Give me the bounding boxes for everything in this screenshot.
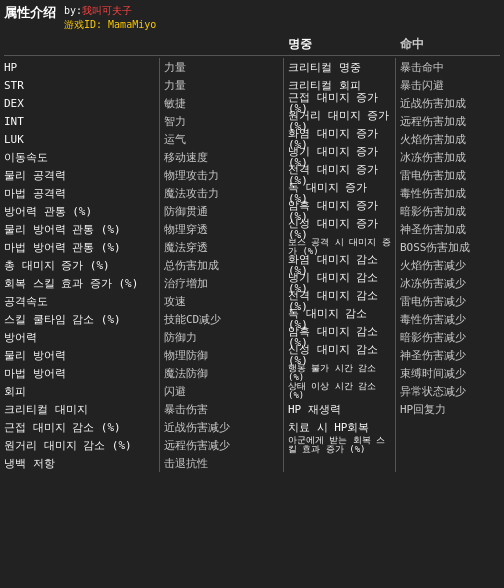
table-row: 냉백 저항 — [4, 454, 155, 472]
table-row: 神圣伤害减少 — [400, 346, 500, 364]
table-row: 魔法攻击力 — [164, 184, 279, 202]
table-row: 力量 — [164, 76, 279, 94]
table-row: 신성 대미지 증가 (%) — [288, 220, 391, 238]
table-row: HP回复力 — [400, 400, 500, 418]
table-row: 暴击闪避 — [400, 76, 500, 94]
credit-line1: by:我叫可夫子 — [64, 4, 156, 18]
table-row: 공격속도 — [4, 292, 155, 310]
table-row: INT — [4, 112, 155, 130]
col1-header — [4, 36, 160, 53]
table-row — [400, 436, 500, 454]
table-row: 원거리 대미지 감소 (%) — [4, 436, 155, 454]
table-row: 아군에게 받는 회복 스킬 효과 증가 (%) — [288, 436, 391, 454]
table-row: 크리티컬 명중 — [288, 58, 391, 76]
table-row: 방어력 — [4, 328, 155, 346]
col2-header — [160, 36, 284, 53]
table-row: 物理攻击力 — [164, 166, 279, 184]
table-row: 敏捷 — [164, 94, 279, 112]
table-row: HP — [4, 58, 155, 76]
table-row: 마법 방어력 관통 (%) — [4, 238, 155, 256]
table-row: 신성 대미지 감소 (%) — [288, 346, 391, 364]
table-row: 移动速度 — [164, 148, 279, 166]
table-row: 智力 — [164, 112, 279, 130]
table-row: 魔法穿透 — [164, 238, 279, 256]
table-row: 神圣伤害加成 — [400, 220, 500, 238]
table-row: LUK — [4, 130, 155, 148]
table-row: 远程伤害加成 — [400, 112, 500, 130]
col4-data: 暴击命中暴击闪避近战伤害加成远程伤害加成火焰伤害加成冰冻伤害加成雷电伤害加成毒性… — [396, 58, 500, 472]
table-row: 击退抗性 — [164, 454, 279, 472]
col2-data: 力量力量敏捷智力运气移动速度物理攻击力魔法攻击力防御贯通物理穿透魔法穿透总伤害加… — [160, 58, 284, 472]
table-row: 近战伤害减少 — [164, 418, 279, 436]
table-row: 闪避 — [164, 382, 279, 400]
table-row: 暴击伤害 — [164, 400, 279, 418]
table-row — [400, 454, 500, 472]
table-row: 회피 — [4, 382, 155, 400]
table-row: 技能CD减少 — [164, 310, 279, 328]
table-row: 물리 방어력 관통 (%) — [4, 220, 155, 238]
table-row: 近战伤害加成 — [400, 94, 500, 112]
table-row: 异常状态减少 — [400, 382, 500, 400]
column-headers: 명중 命中 — [4, 36, 500, 56]
table-row: 스킬 쿨타임 감소 (%) — [4, 310, 155, 328]
credit-id: 游戏ID: MamaMiyo — [64, 18, 156, 32]
table-row: 치료 시 HP회복 — [288, 418, 391, 436]
table-row: 物理穿透 — [164, 220, 279, 238]
table-row — [288, 454, 391, 472]
table-row: 火焰伤害减少 — [400, 256, 500, 274]
table-row: 暴击命中 — [400, 58, 500, 76]
main-container: 属性介绍 by:我叫可夫子 游戏ID: MamaMiyo 명중 命中 HPSTR… — [0, 0, 504, 588]
col3-header: 명중 — [284, 36, 396, 53]
col3-data: 크리티컬 명중크리티컬 회피근접 대미지 증가 (%)원거리 대미지 증가 (%… — [284, 58, 396, 472]
table-row: 火焰伤害加成 — [400, 130, 500, 148]
table-row: DEX — [4, 94, 155, 112]
table-row: 暗影伤害加成 — [400, 202, 500, 220]
table-row: 束缚时间减少 — [400, 364, 500, 382]
table-row: 冰冻伤害加成 — [400, 148, 500, 166]
table-row: 마법 방어력 — [4, 364, 155, 382]
table-row: 마법 공격력 — [4, 184, 155, 202]
table-row: 방어력 관통 (%) — [4, 202, 155, 220]
table-row: 暗影伤害减少 — [400, 328, 500, 346]
table-row: 远程伤害减少 — [164, 436, 279, 454]
credits: by:我叫可夫子 游戏ID: MamaMiyo — [64, 4, 156, 32]
table-row: 治疗增加 — [164, 274, 279, 292]
table-row: 상태 이상 시간 감소 (%) — [288, 382, 391, 400]
table-row: HP 재생력 — [288, 400, 391, 418]
table-row: 防御力 — [164, 328, 279, 346]
table-row: 力量 — [164, 58, 279, 76]
table-row: 雷电伤害减少 — [400, 292, 500, 310]
table-row: 행동 불가 시간 감소 (%) — [288, 364, 391, 382]
table-row: 총 대미지 증가 (%) — [4, 256, 155, 274]
header: 属性介绍 by:我叫可夫子 游戏ID: MamaMiyo — [4, 4, 500, 32]
table-row: 雷电伤害加成 — [400, 166, 500, 184]
table-row: 毒性伤害减少 — [400, 310, 500, 328]
table-row — [400, 418, 500, 436]
credit-author: 我叫可夫子 — [82, 5, 132, 16]
table-row: STR — [4, 76, 155, 94]
page-title: 属性介绍 — [4, 4, 56, 22]
col4-header: 命中 — [396, 36, 500, 53]
table-row: 회복 스킬 효과 증가 (%) — [4, 274, 155, 292]
col1-data: HPSTRDEXINTLUK이동속도물리 공격력마법 공격력방어력 관통 (%)… — [4, 58, 160, 472]
table-row: 攻速 — [164, 292, 279, 310]
table-row: 冰冻伤害减少 — [400, 274, 500, 292]
table-row: 이동속도 — [4, 148, 155, 166]
table-row: 魔法防御 — [164, 364, 279, 382]
table-row: 物理防御 — [164, 346, 279, 364]
table-row: BOSS伤害加成 — [400, 238, 500, 256]
table-row: 防御贯通 — [164, 202, 279, 220]
table-row: 크리티컬 대미지 — [4, 400, 155, 418]
table-row: 근접 대미지 감소 (%) — [4, 418, 155, 436]
data-table: HPSTRDEXINTLUK이동속도물리 공격력마법 공격력방어력 관통 (%)… — [4, 58, 500, 472]
table-row: 毒性伤害加成 — [400, 184, 500, 202]
table-row: 물리 공격력 — [4, 166, 155, 184]
table-row: 물리 방어력 — [4, 346, 155, 364]
table-row: 运气 — [164, 130, 279, 148]
table-row: 总伤害加成 — [164, 256, 279, 274]
